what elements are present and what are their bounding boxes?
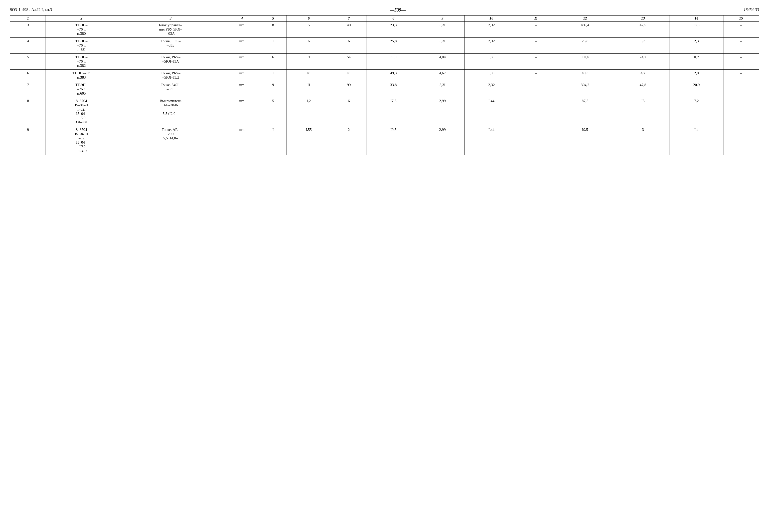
col-header-14: 14 xyxy=(670,16,723,22)
header-right: 18454-33 xyxy=(744,8,759,12)
cell-row4-col10: I,96 xyxy=(465,70,518,81)
cell-row7-col7: 2 xyxy=(331,126,366,155)
cell-row2-col12: 25,8 xyxy=(554,38,616,54)
cell-row6-col5: 5 xyxy=(260,97,286,126)
cell-row5-col11: – xyxy=(518,81,554,97)
cell-row3-col3: То же, РБУ– –5IOI–I3А xyxy=(117,54,224,70)
cell-row6-col15: – xyxy=(723,97,759,126)
cell-row6-col13: I5 xyxy=(616,97,670,126)
col-header-7: 7 xyxy=(331,16,366,22)
cell-row6-col14: 7,2 xyxy=(670,97,723,126)
cell-row6-col11: – xyxy=(518,97,554,126)
cell-row3-col15: – xyxy=(723,54,759,70)
cell-row6-col4: шт. xyxy=(224,97,260,126)
col-header-10: 10 xyxy=(465,16,518,22)
cell-row6-col10: I,44 xyxy=(465,97,518,126)
col-header-3: 3 xyxy=(117,16,224,22)
document-header: 9O3–I–498 . Ал.I2.I, кн.3 —539— 18454-33 xyxy=(10,8,759,13)
cell-row7-col5: I xyxy=(260,126,286,155)
cell-row1-col5: 8 xyxy=(260,22,286,38)
cell-row7-col14: I,4 xyxy=(670,126,723,155)
cell-row5-col3: То же, 540I– –03Б xyxy=(117,81,224,97)
cell-row1-col10: 2,32 xyxy=(465,22,518,38)
cell-row4-col2: ТПЭП–76г. п.383 xyxy=(46,70,117,81)
cell-row3-col11: – xyxy=(518,54,554,70)
cell-row2-col11: – xyxy=(518,38,554,54)
cell-row1-col9: 5,3I xyxy=(420,22,465,38)
cell-row7-col3: То же, АЕ– –2056 5,5+I4,0= xyxy=(117,126,224,155)
header-left: 9O3–I–498 . Ал.I2.I, кн.3 xyxy=(10,8,52,12)
cell-row2-col14: 2,3 xyxy=(670,38,723,54)
cell-row1-col3: Блок управле– ния РБУ 5IOI– –03А xyxy=(117,22,224,38)
cell-row5-col15: – xyxy=(723,81,759,97)
col-header-1: 1 xyxy=(10,16,46,22)
cell-row1-col14: I8,6 xyxy=(670,22,723,38)
cell-row4-col1: 6 xyxy=(10,70,46,81)
cell-row3-col4: шт. xyxy=(224,54,260,70)
cell-row2-col13: 5,3 xyxy=(616,38,670,54)
cell-row7-col8: I9,5 xyxy=(366,126,420,155)
cell-row6-col8: I7,5 xyxy=(366,97,420,126)
cell-row4-col3: То же, РБУ– –5IOI–I3Д xyxy=(117,70,224,81)
cell-row2-col2: ТПЭП– –76 г. п.38I xyxy=(46,38,117,54)
cell-row7-col4: шт. xyxy=(224,126,260,155)
cell-row4-col6: I8 xyxy=(286,70,331,81)
table-row: 5ТПЭП– –76 г. п.382То же, РБУ– –5IOI–I3А… xyxy=(10,54,759,70)
cell-row1-col7: 40 xyxy=(331,22,366,38)
cell-row1-col15: – xyxy=(723,22,759,38)
col-header-6: 6 xyxy=(286,16,331,22)
cell-row2-col7: 6 xyxy=(331,38,366,54)
table-row: 7ТПЭП– –76 г. п.605То же, 540I– –03Бшт.9… xyxy=(10,81,759,97)
cell-row6-col3: Выключатель АЕ–2046 5,5+I2,0 = xyxy=(117,97,224,126)
col-header-9: 9 xyxy=(420,16,465,22)
cell-row1-col2: ТПЭП– –76 г. п.380 xyxy=(46,22,117,38)
table-row: 98–6704 I5–04–II I–32I I5–04– –I/39 OI–4… xyxy=(10,126,759,155)
cell-row3-col6: 9 xyxy=(286,54,331,70)
col-header-8: 8 xyxy=(366,16,420,22)
cell-row4-col12: 49,3 xyxy=(554,70,616,81)
cell-row2-col1: 4 xyxy=(10,38,46,54)
cell-row2-col5: I xyxy=(260,38,286,54)
col-header-5: 5 xyxy=(260,16,286,22)
cell-row5-col1: 7 xyxy=(10,81,46,97)
cell-row1-col6: 5 xyxy=(286,22,331,38)
cell-row1-col11: – xyxy=(518,22,554,38)
cell-row5-col12: 304,2 xyxy=(554,81,616,97)
cell-row5-col6: II xyxy=(286,81,331,97)
cell-row4-col5: I xyxy=(260,70,286,81)
cell-row6-col9: 2,99 xyxy=(420,97,465,126)
cell-row6-col7: 6 xyxy=(331,97,366,126)
cell-row4-col9: 4,67 xyxy=(420,70,465,81)
cell-row1-col13: 42,5 xyxy=(616,22,670,38)
cell-row7-col1: 9 xyxy=(10,126,46,155)
cell-row7-col6: I,55 xyxy=(286,126,331,155)
cell-row1-col12: I86,4 xyxy=(554,22,616,38)
cell-row4-col13: 4,7 xyxy=(616,70,670,81)
cell-row2-col3: То же, 5IOI– –03Б xyxy=(117,38,224,54)
col-header-12: 12 xyxy=(554,16,616,22)
cell-row3-col7: 54 xyxy=(331,54,366,70)
cell-row5-col14: 20,9 xyxy=(670,81,723,97)
cell-row7-col9: 2,99 xyxy=(420,126,465,155)
cell-row5-col4: шт. xyxy=(224,81,260,97)
cell-row6-col2: 8–6704 I5–04–II I–32I I5–04– –I/20 OI–40… xyxy=(46,97,117,126)
header-center: —539— xyxy=(52,8,743,13)
cell-row3-col9: 4,04 xyxy=(420,54,465,70)
cell-row2-col8: 25,8 xyxy=(366,38,420,54)
cell-row2-col6: 6 xyxy=(286,38,331,54)
col-header-11: 11 xyxy=(518,16,554,22)
cell-row1-col1: 3 xyxy=(10,22,46,38)
col-header-13: 13 xyxy=(616,16,670,22)
cell-row1-col8: 23,3 xyxy=(366,22,420,38)
cell-row2-col15: – xyxy=(723,38,759,54)
cell-row7-col10: I,44 xyxy=(465,126,518,155)
cell-row3-col1: 5 xyxy=(10,54,46,70)
cell-row4-col4: шт. xyxy=(224,70,260,81)
cell-row4-col7: I8 xyxy=(331,70,366,81)
column-headers: 1 2 3 4 5 6 7 8 9 10 11 12 13 14 15 xyxy=(10,16,759,22)
cell-row5-col5: 9 xyxy=(260,81,286,97)
cell-row7-col2: 8–6704 I5–04–II I–32I I5–04– –I/39 OI–45… xyxy=(46,126,117,155)
table-row: 3ТПЭП– –76 г. п.380Блок управле– ния РБУ… xyxy=(10,22,759,38)
cell-row4-col11: – xyxy=(518,70,554,81)
cell-row3-col13: 24,2 xyxy=(616,54,670,70)
